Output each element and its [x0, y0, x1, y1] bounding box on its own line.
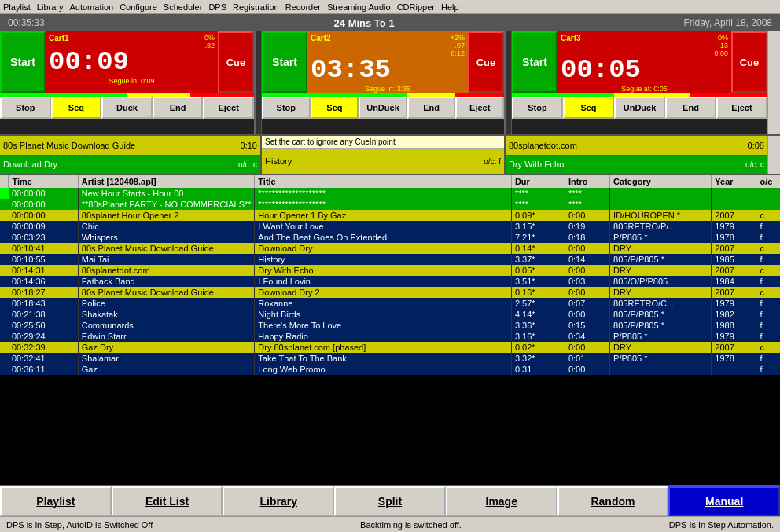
- nav-image-button[interactable]: Image: [446, 486, 557, 516]
- cart1-unit: Start Cart1 0% .82 00:09 Segue in: 0:09 …: [0, 31, 256, 134]
- cell-artist: Shalamar: [78, 353, 255, 364]
- nav-library-button[interactable]: Library: [223, 486, 334, 516]
- cell-title: Download Dry: [255, 243, 512, 254]
- cart3-unduck-button[interactable]: UnDuck: [614, 97, 665, 119]
- table-row[interactable]: 00:00:00 **80sPlanet PARTY - NO COMMERCI…: [0, 199, 780, 210]
- cart3-seq-button[interactable]: Seq: [563, 97, 614, 119]
- table-row[interactable]: 00:14:31 80splanetdot.com Dry With Echo …: [0, 265, 780, 276]
- playlist-header-row: Time Artist [120408.apl] Title Dur Intro…: [0, 175, 780, 188]
- cell-title: I Found Lovin: [255, 276, 512, 287]
- cell-intro: 0:00: [565, 364, 609, 375]
- cart3-start-button[interactable]: Start: [512, 31, 557, 93]
- cell-artist: Gaz Dry: [78, 342, 255, 353]
- table-row[interactable]: 00:18:43 Police Roxanne 2:57* 0:07 805RE…: [0, 298, 780, 309]
- cart2-end-button[interactable]: End: [407, 97, 456, 119]
- table-row[interactable]: 00:10:41 80s Planet Music Download Guide…: [0, 243, 780, 254]
- cell-cat: DRY: [610, 287, 712, 298]
- table-row[interactable]: 00:00:00 80splanet Hour Opener 2 Hour Op…: [0, 210, 780, 221]
- status-right: DPS Is In Step Automation.: [669, 520, 774, 530]
- table-row[interactable]: 00:32:41 Shalamar Take That To The Bank …: [0, 353, 780, 364]
- cell-year: 1988: [712, 320, 756, 331]
- cart3-eject-button[interactable]: Eject: [716, 97, 767, 119]
- cart2-buttons: Stop Seq UnDuck End Eject: [262, 97, 504, 119]
- cart1-eject-button[interactable]: Eject: [203, 97, 254, 119]
- table-row[interactable]: 00:10:55 Mai Tai History 3:37* 0:14 805/…: [0, 254, 780, 265]
- cart1-pct: 0%: [204, 34, 215, 42]
- cell-cat: DRY: [610, 265, 712, 276]
- cell-time: 00:32:41: [9, 353, 78, 364]
- menu-cdripper[interactable]: CDRipper: [397, 2, 435, 12]
- cell-oc: c: [756, 342, 780, 353]
- cart3-stop-button[interactable]: Stop: [512, 97, 563, 119]
- table-row[interactable]: 00:00:09 Chic I Want Your Love 3:15* 0:1…: [0, 221, 780, 232]
- cart2-unduck-button[interactable]: UnDuck: [359, 97, 407, 119]
- cell-time: 00:21:38: [9, 309, 78, 320]
- cart1-start-button[interactable]: Start: [0, 31, 46, 93]
- table-row[interactable]: 00:36:11 Gaz Long Web Promo 0:31 0:00 f: [0, 364, 780, 375]
- cart1-duck-button[interactable]: Duck: [101, 97, 153, 119]
- cart2-label: Cart2: [311, 34, 331, 42]
- cart2-eject-button[interactable]: Eject: [455, 97, 504, 119]
- cart1-end-button[interactable]: End: [153, 97, 204, 119]
- table-row[interactable]: 00:18:27 80s Planet Music Download Guide…: [0, 287, 780, 298]
- menu-scheduler[interactable]: Scheduler: [164, 2, 203, 12]
- cart1-display: Cart1 0% .82 00:09 Segue in: 0:09: [46, 31, 218, 93]
- cell-year: [712, 364, 756, 375]
- nav-manual-button[interactable]: Manual: [668, 486, 780, 516]
- cart1-stop-button[interactable]: Stop: [0, 97, 51, 119]
- menu-automation[interactable]: Automation: [69, 2, 113, 12]
- menu-recorder[interactable]: Recorder: [285, 2, 321, 12]
- menu-playlist[interactable]: Playlist: [3, 2, 31, 12]
- table-row[interactable]: 00:32:39 Gaz Dry Dry 80splanet.com [phas…: [0, 342, 780, 353]
- cart3-cue-button[interactable]: Cue: [731, 31, 767, 93]
- cell-cat: 805/P/P805 *: [610, 320, 712, 331]
- cart1-seq-button[interactable]: Seq: [51, 97, 102, 119]
- info-right-row1-label: 80splanetdot.com: [509, 141, 737, 150]
- cell-time: 00:10:41: [9, 243, 78, 254]
- cart1-val: .82: [204, 42, 215, 50]
- playlist-area[interactable]: Time Artist [120408.apl] Title Dur Intro…: [0, 175, 780, 485]
- cell-artist: Chic: [78, 221, 255, 232]
- elapsed-time: 00:35:33: [8, 17, 45, 28]
- cart2-start-button[interactable]: Start: [262, 31, 307, 93]
- table-row[interactable]: 00:14:36 Fatback Band I Found Lovin 3:51…: [0, 276, 780, 287]
- cell-dur: 0:14*: [511, 243, 565, 254]
- cell-dur: 0:09*: [511, 210, 565, 221]
- cell-oc: f: [756, 309, 780, 320]
- cell-year: 1978: [712, 353, 756, 364]
- cart3-end-button[interactable]: End: [665, 97, 716, 119]
- cart2-stop-button[interactable]: Stop: [262, 97, 311, 119]
- cell-oc: c: [756, 210, 780, 221]
- cell-year: 1985: [712, 254, 756, 265]
- cart2-seq-button[interactable]: Seq: [311, 97, 359, 119]
- menu-library[interactable]: Library: [37, 2, 64, 12]
- cart2-cue-button[interactable]: Cue: [468, 31, 504, 93]
- nav-split-button[interactable]: Split: [334, 486, 446, 516]
- menu-dps[interactable]: DPS: [208, 2, 226, 12]
- nav-editlist-button[interactable]: Edit List: [112, 486, 223, 516]
- cell-dur: 3:51*: [511, 276, 565, 287]
- table-row[interactable]: 00:21:38 Shakatak Night Birds 4:14* 0:00…: [0, 309, 780, 320]
- info-strip: 80s Planet Music Download Guide 0:10 Dow…: [0, 136, 780, 175]
- menu-streaming[interactable]: Streaming Audio: [327, 2, 391, 12]
- cell-artist: Communards: [78, 320, 255, 331]
- table-row[interactable]: 00:00:00 New Hour Starts - Hour 00 *****…: [0, 188, 780, 199]
- table-row[interactable]: 00:29:24 Edwin Starr Happy Radio 3:16* 0…: [0, 331, 780, 342]
- cell-time: 00:00:00: [9, 199, 78, 210]
- cell-dur: 0:05*: [511, 265, 565, 276]
- cell-artist: 80splanet Hour Opener 2: [78, 210, 255, 221]
- menu-configure[interactable]: Configure: [120, 2, 157, 12]
- cart1-cue-button[interactable]: Cue: [218, 31, 254, 93]
- cell-oc: f: [756, 364, 780, 375]
- cell-intro: 0:00: [565, 210, 609, 221]
- menu-help[interactable]: Help: [441, 2, 459, 12]
- cell-cat: 805RETRO/P/...: [610, 221, 712, 232]
- nav-random-button[interactable]: Random: [557, 486, 669, 516]
- cell-dur: 3:16*: [511, 331, 565, 342]
- table-row[interactable]: 00:25:50 Communards There's More To Love…: [0, 320, 780, 331]
- cell-dur: 0:16*: [511, 287, 565, 298]
- menu-registration[interactable]: Registration: [233, 2, 279, 12]
- table-row[interactable]: 00:03:23 Whispers And The Beat Goes On E…: [0, 232, 780, 243]
- cell-title: Download Dry 2: [255, 287, 512, 298]
- nav-playlist-button[interactable]: Playlist: [0, 486, 112, 516]
